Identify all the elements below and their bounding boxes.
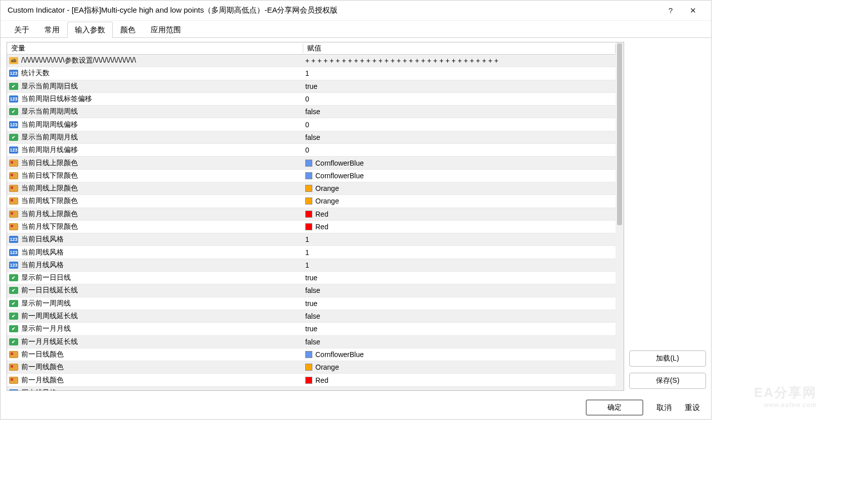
table-row[interactable]: 前一周线颜色Orange	[7, 361, 616, 374]
param-name-cell[interactable]: 123当前周期周线偏移	[7, 120, 303, 129]
param-value-cell[interactable]: + + + + + + + + + + + + + + + + + + + + …	[303, 57, 616, 65]
table-row[interactable]: ✔显示前一月月线true	[7, 323, 616, 335]
table-row[interactable]: 123历史线风格0	[7, 387, 616, 390]
param-value-cell[interactable]: 1	[303, 235, 616, 243]
param-value-cell[interactable]: 0	[303, 121, 616, 129]
scrollbar[interactable]	[616, 42, 624, 390]
table-row[interactable]: 123当前周期日线标签偏移0	[7, 93, 616, 106]
param-value-cell[interactable]: false	[303, 108, 616, 116]
header-variable[interactable]: 变量	[7, 44, 303, 53]
param-name-cell[interactable]: 123当前周期月线偏移	[7, 145, 303, 155]
table-row[interactable]: 123统计天数1	[7, 67, 616, 80]
table-row[interactable]: 前一日线颜色CornflowerBlue	[7, 348, 616, 361]
param-value-cell[interactable]: Red	[303, 376, 616, 384]
param-value-cell[interactable]: Orange	[303, 197, 616, 205]
tab-1[interactable]: 常用	[37, 22, 67, 38]
table-row[interactable]: 123当前日线风格1	[7, 233, 616, 246]
param-value-cell[interactable]: false	[303, 133, 616, 141]
param-value-cell[interactable]: CornflowerBlue	[303, 350, 616, 359]
table-row[interactable]: ✔前一月月线延长线false	[7, 336, 616, 348]
ok-button[interactable]: 确定	[586, 399, 643, 416]
param-name-cell[interactable]: 123当前周期日线标签偏移	[7, 94, 303, 104]
table-row[interactable]: ✔前一日日线延长线false	[7, 284, 616, 297]
table-row[interactable]: ✔显示前一日日线true	[7, 272, 616, 284]
tab-4[interactable]: 应用范围	[143, 22, 189, 38]
param-name: 显示前一月月线	[21, 324, 71, 333]
tab-0[interactable]: 关于	[7, 22, 37, 38]
param-name-cell[interactable]: 前一日线颜色	[7, 350, 303, 359]
param-name-cell[interactable]: 前一周线颜色	[7, 363, 303, 372]
table-row[interactable]: 当前月线上限颜色Red	[7, 208, 616, 221]
table-row[interactable]: 当前日线下限颜色CornflowerBlue	[7, 170, 616, 182]
table-row[interactable]: 当前月线下限颜色Red	[7, 221, 616, 233]
params-table[interactable]: 变量赋值ab/\/\/\/\/\/\/\/\/\/\/\参数设置/\/\/\/\…	[7, 42, 616, 390]
param-name-cell[interactable]: 当前月线上限颜色	[7, 210, 303, 219]
param-value-cell[interactable]: 0	[303, 95, 616, 103]
param-name-cell[interactable]: ✔前一月月线延长线	[7, 337, 303, 346]
param-value-cell[interactable]: true	[303, 325, 616, 333]
table-row[interactable]: ✔显示前一周周线true	[7, 297, 616, 310]
param-value-cell[interactable]: true	[303, 299, 616, 308]
param-value-cell[interactable]: CornflowerBlue	[303, 172, 616, 180]
table-row[interactable]: 当前日线上限颜色CornflowerBlue	[7, 157, 616, 169]
param-name-cell[interactable]: 前一月线颜色	[7, 376, 303, 385]
table-row[interactable]: 前一月线颜色Red	[7, 374, 616, 386]
param-name-cell[interactable]: 当前周线下限颜色	[7, 196, 303, 206]
table-row[interactable]: 123当前周线风格1	[7, 246, 616, 259]
table-row[interactable]: ab/\/\/\/\/\/\/\/\/\/\/\参数设置/\/\/\/\/\/\…	[7, 55, 616, 67]
param-value-cell[interactable]: false	[303, 312, 616, 320]
table-row[interactable]: 当前周线上限颜色Orange	[7, 182, 616, 195]
param-value-cell[interactable]: 0	[303, 389, 616, 390]
close-button[interactable]: ✕	[682, 6, 704, 15]
table-row[interactable]: 123当前周期月线偏移0	[7, 144, 616, 157]
param-name-cell[interactable]: 当前日线上限颜色	[7, 159, 303, 168]
param-name-cell[interactable]: ✔显示前一周周线	[7, 299, 303, 308]
param-value-cell[interactable]: false	[303, 286, 616, 294]
tab-2[interactable]: 输入参数	[67, 22, 113, 38]
load-button[interactable]: 加载(L)	[629, 350, 706, 367]
param-value-cell[interactable]: false	[303, 338, 616, 346]
param-name-cell[interactable]: ab/\/\/\/\/\/\/\/\/\/\/\参数设置/\/\/\/\/\/\…	[7, 56, 303, 65]
param-name-cell[interactable]: 当前日线下限颜色	[7, 171, 303, 180]
table-row[interactable]: ✔显示当前周期日线true	[7, 80, 616, 93]
save-button[interactable]: 保存(S)	[629, 373, 706, 389]
param-name-cell[interactable]: 123统计天数	[7, 69, 303, 78]
table-row[interactable]: ✔显示当前周期周线false	[7, 106, 616, 118]
param-name-cell[interactable]: ✔显示当前周期月线	[7, 133, 303, 142]
param-value-cell[interactable]: CornflowerBlue	[303, 159, 616, 167]
param-name-cell[interactable]: 123历史线风格	[7, 388, 303, 390]
table-row[interactable]: 当前周线下限颜色Orange	[7, 195, 616, 208]
param-name-cell[interactable]: 123当前月线风格	[7, 261, 303, 270]
table-row[interactable]: 123当前月线风格1	[7, 259, 616, 272]
param-value-cell[interactable]: Red	[303, 210, 616, 218]
param-name-cell[interactable]: ✔显示前一日日线	[7, 273, 303, 282]
param-name-cell[interactable]: ✔显示当前周期日线	[7, 82, 303, 91]
param-name-cell[interactable]: 当前月线下限颜色	[7, 222, 303, 231]
param-value: CornflowerBlue	[315, 350, 364, 359]
param-value-cell[interactable]: Orange	[303, 184, 616, 192]
param-name-cell[interactable]: 123当前周线风格	[7, 248, 303, 257]
param-name-cell[interactable]: ✔显示前一月月线	[7, 324, 303, 333]
help-button[interactable]: ?	[659, 6, 682, 15]
param-name-cell[interactable]: ✔前一周周线延长线	[7, 312, 303, 321]
cancel-button[interactable]: 取消	[656, 403, 672, 413]
param-value-cell[interactable]: true	[303, 274, 616, 282]
param-name-cell[interactable]: 当前周线上限颜色	[7, 184, 303, 193]
table-row[interactable]: ✔显示当前周期月线false	[7, 131, 616, 144]
param-name-cell[interactable]: ✔前一日日线延长线	[7, 286, 303, 295]
param-value-cell[interactable]: 0	[303, 146, 616, 154]
param-name-cell[interactable]: 123当前日线风格	[7, 235, 303, 244]
header-value[interactable]: 赋值	[303, 44, 616, 53]
param-value-cell[interactable]: 1	[303, 69, 616, 77]
tab-3[interactable]: 颜色	[113, 22, 143, 38]
reset-button[interactable]: 重设	[685, 403, 700, 413]
param-value-cell[interactable]: 1	[303, 261, 616, 269]
param-name-cell[interactable]: ✔显示当前周期周线	[7, 107, 303, 116]
scrollbar-thumb[interactable]	[617, 43, 622, 225]
param-value-cell[interactable]: Orange	[303, 363, 616, 371]
param-value-cell[interactable]: Red	[303, 223, 616, 231]
table-row[interactable]: ✔前一周周线延长线false	[7, 310, 616, 323]
param-value-cell[interactable]: true	[303, 82, 616, 90]
param-value-cell[interactable]: 1	[303, 248, 616, 257]
table-row[interactable]: 123当前周期周线偏移0	[7, 118, 616, 131]
